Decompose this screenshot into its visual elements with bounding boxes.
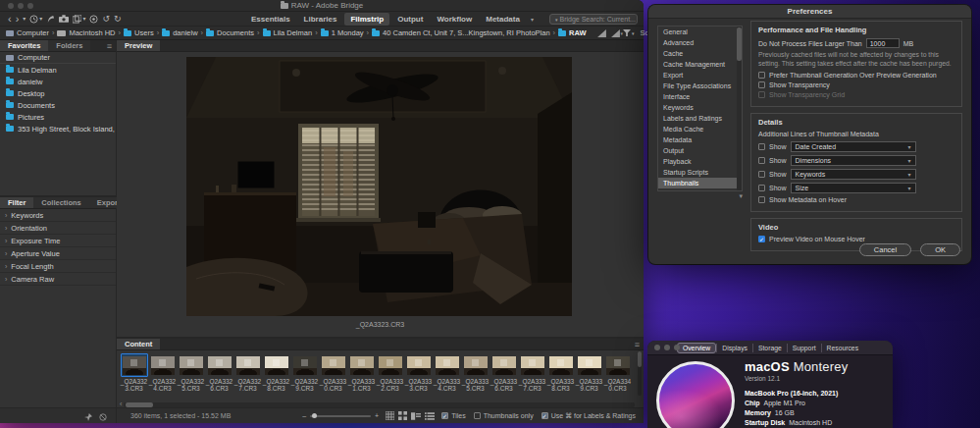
pref-nav-keywords[interactable]: Keywords [658,102,742,113]
panel-menu-icon[interactable]: ≡ [631,339,644,349]
thumbnail-q2a3325-cr3[interactable]: _Q2A332 5.CR3 [177,351,205,398]
tab-collections[interactable]: Collections [33,197,88,208]
filter-item-orientation[interactable]: ›Orientation [0,222,116,235]
recent-files-icon[interactable]: ▾ [29,15,42,24]
favorites-item-pictures[interactable]: Pictures [0,111,116,123]
thumbnail-q2a3340-cr3[interactable]: _Q2A334 0.CR3 [603,351,632,398]
zoom-button[interactable] [674,345,680,350]
thumbnail-view-icon[interactable] [398,411,407,420]
workspace-tab-essentials[interactable]: Essentials [245,13,296,26]
workspace-tab-filmstrip[interactable]: Filmstrip [344,13,389,26]
thumbnail-q2a3335-cr3[interactable]: _Q2A333 5.CR3 [461,351,490,398]
about-tab-displays[interactable]: Displays [716,344,752,352]
thumbnail-q2a3323-cr3[interactable]: _Q2A332 3.CR3 [120,351,148,398]
breadcrumb-item-documents[interactable]: Documents [206,28,254,37]
filter-item-aperture-value[interactable]: ›Aperture Value [0,247,116,260]
thumbnail-quality-icon[interactable] [597,29,606,37]
forward-icon[interactable]: › [16,15,20,24]
tab-preview[interactable]: Preview [117,40,160,51]
favorites-item-353-high-street-block-island-ri-photoplan[interactable]: 353 High Street, Block Island, RI PhotoP… [0,123,116,134]
metadata-select-dimensions[interactable]: Dimensions▾ [791,155,916,166]
thumbnail-q2a3336-cr3[interactable]: _Q2A333 6.CR3 [490,351,518,398]
refine-icon[interactable] [89,15,98,24]
cancel-button[interactable]: Cancel [859,243,911,256]
zoom-button[interactable] [27,3,33,9]
pref-nav-file-type-associations[interactable]: File Type Associations [658,80,742,91]
breadcrumb-item-raw[interactable]: RAW [558,28,587,37]
favorites-item-danielw[interactable]: danielw [0,76,116,87]
open-in-camera-raw-icon[interactable]: ▾ [73,15,85,24]
metadata-select-keywords[interactable]: Keywords▾ [791,169,916,180]
breadcrumb-item-lila-delman[interactable]: Lila Delman [263,28,313,37]
toggle-use-for-labels-ratings[interactable]: ✓Use ⌘ for Labels & Ratings [542,412,636,420]
details-view-icon[interactable] [411,412,421,420]
max-file-size-input[interactable]: 1000 [866,38,900,48]
list-view-icon[interactable] [425,412,435,420]
checkbox-icon[interactable] [758,157,765,164]
pref-nav-labels-and-ratings[interactable]: Labels and Ratings [658,113,742,124]
tab-favorites[interactable]: Favorites [0,40,48,51]
favorites-item-documents[interactable]: Documents [0,99,116,111]
pref-nav-general[interactable]: General [658,27,742,37]
thumbnail-size-slider[interactable] [310,415,371,417]
nav-scrollbar[interactable] [737,27,742,190]
pref-nav-media-cache[interactable]: Media Cache [658,124,742,134]
metadata-select-size[interactable]: Size▾ [791,183,916,193]
panel-menu-icon[interactable]: ≡ [103,40,116,51]
clear-filter-icon[interactable] [99,407,107,425]
favorites-item-computer[interactable]: Computer [0,52,116,64]
about-tab-storage[interactable]: Storage [752,344,787,352]
minimize-button[interactable] [664,345,670,350]
minimize-button[interactable] [18,3,24,9]
keep-filter-pin-icon[interactable] [84,407,92,425]
checkbox-icon[interactable]: ✓ [441,412,448,419]
pref-nav-cache-management[interactable]: Cache Management [658,59,742,70]
toggle-thumbnails-only[interactable]: Thumbnails only [474,412,534,419]
workspace-tab-libraries[interactable]: Libraries [298,13,343,26]
traffic-lights[interactable] [8,3,33,9]
about-tab-support[interactable]: Support [787,344,821,352]
thumbnail-q2a3327-cr3[interactable]: _Q2A332 7.CR3 [233,351,262,398]
checkbox-icon[interactable] [758,171,765,178]
breadcrumb-item-40-camden-ct-unit-7-s-kingstown-ri-photoplan[interactable]: 40 Camden Ct, Unit 7, S...Kingstown, RI … [372,28,550,37]
boomerang-return-icon[interactable] [46,15,55,24]
checkbox-icon[interactable] [758,196,765,203]
tab-filter[interactable]: Filter [0,197,33,208]
grid-lock-view-icon[interactable] [386,411,394,420]
pref-nav-metadata[interactable]: Metadata [658,134,742,145]
breadcrumb-item-macintosh-hd[interactable]: Macintosh HD [57,28,115,37]
filter-by-rating-icon[interactable]: ▾ [623,29,635,37]
camera-import-icon[interactable] [59,15,69,23]
pref-nav-export[interactable]: Export [658,70,742,80]
pref-nav-output[interactable]: Output [658,145,742,156]
ok-button[interactable]: OK [920,243,960,256]
rotate-left-icon[interactable]: ↺ [102,15,110,24]
pref-nav-advanced[interactable]: Advanced [658,37,742,48]
tab-folders[interactable]: Folders [48,40,90,51]
zoom-out-icon[interactable]: – [302,412,306,419]
breadcrumb-item-computer[interactable]: Computer [6,28,49,37]
favorites-item-desktop[interactable]: Desktop [0,87,116,99]
rotate-right-icon[interactable]: ↻ [114,15,122,24]
tab-content[interactable]: Content [117,339,160,349]
thumbnail-q2a3331-cr3[interactable]: _Q2A333 1.CR3 [347,351,376,398]
chevron-down-icon[interactable]: ▾ [23,15,26,24]
checkbox-icon[interactable] [758,91,765,98]
thumbnail-q2a3329-cr3[interactable]: _Q2A332 9.CR3 [290,351,319,398]
pref-nav-interface[interactable]: Interface [658,91,742,102]
breadcrumb-item-users[interactable]: Users [124,28,154,37]
thumbnail-q2a3338-cr3[interactable]: _Q2A333 8.CR3 [546,351,575,398]
favorites-item-lila-delman[interactable]: Lila Delman [0,64,116,76]
checkbox-icon[interactable] [758,185,765,191]
thumbnail-q2a3326-cr3[interactable]: _Q2A332 6.CR3 [205,351,233,398]
pref-check-show-metadata-on-hover[interactable]: Show Metadata on Hover [758,196,954,203]
pref-check-preview-video-on-mouse-hover[interactable]: ✓Preview Video on Mouse Hover [758,236,954,242]
close-button[interactable] [8,3,14,9]
traffic-lights[interactable] [654,345,680,350]
thumbnail-q2a3328-cr3[interactable]: _Q2A332 8.CR3 [262,351,290,398]
vertical-scrollbar[interactable] [638,351,642,396]
filter-item-exposure-time[interactable]: ›Exposure Time [0,235,116,247]
pref-nav-playback[interactable]: Playback [658,156,742,167]
workspace-tab-metadata[interactable]: Metadata [480,13,526,26]
thumbnail-q2a3339-cr3[interactable]: _Q2A333 9.CR3 [575,351,603,398]
